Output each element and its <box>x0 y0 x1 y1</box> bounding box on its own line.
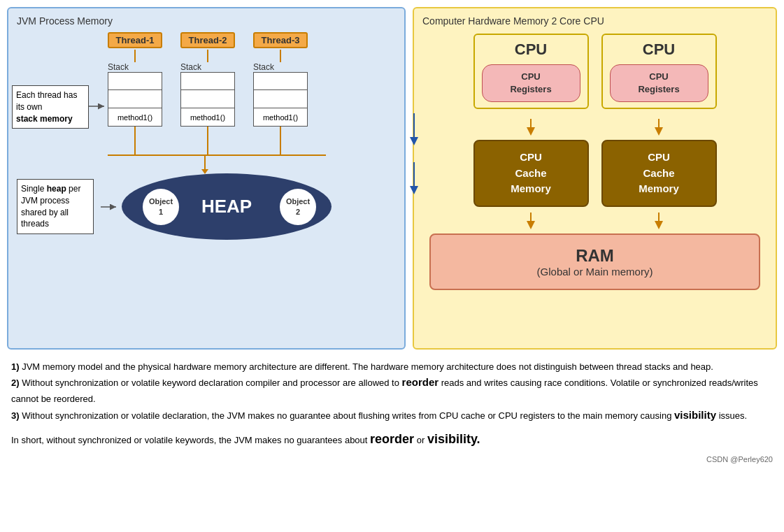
heap-label: HEAP <box>201 196 252 217</box>
method-3: method1() <box>253 108 308 127</box>
cpu-2-label: CPU <box>610 41 708 59</box>
stack-label-2: Stack <box>180 62 235 72</box>
notes-section: 1) JVM memory model and the physical har… <box>7 357 777 468</box>
note-3: 3) Without synchronization or volatile d… <box>11 407 773 424</box>
each-thread-note: Each thread has its own stack memory <box>12 85 89 129</box>
cpu-1-label: CPU <box>482 41 580 59</box>
cache-to-ram-arrow-2 <box>652 213 666 231</box>
reg-to-cache-arrow-1 <box>524 119 538 137</box>
each-thread-arrow <box>89 99 110 113</box>
thread-2-box: Thread-2 <box>180 32 235 48</box>
cpu-2-registers: CPURegisters <box>610 64 708 102</box>
jvm-section: JVM Process Memory Thread-1 Thread-2 Thr… <box>7 7 406 350</box>
thread-1-box: Thread-1 <box>108 32 162 48</box>
cpu-1-registers: CPURegisters <box>482 64 580 102</box>
cache-2-box: CPUCacheMemory <box>601 140 717 207</box>
jvm-to-hw-arrows <box>407 106 421 232</box>
cpu-2-box: CPU CPURegisters <box>601 34 717 109</box>
reg-to-cache-arrow-2 <box>652 119 666 137</box>
heap-note-arrow <box>101 200 122 214</box>
ram-box: RAM (Global or Main memory) <box>429 233 760 290</box>
method-1: method1() <box>108 108 162 127</box>
credit: CSDN @Perley620 <box>11 453 773 466</box>
object-1: Object1 <box>143 189 179 225</box>
heap-ellipse: Object1 HEAP Object2 <box>122 173 332 240</box>
main-container: JVM Process Memory Thread-1 Thread-2 Thr… <box>7 7 777 350</box>
thread-3-box: Thread-3 <box>253 32 308 48</box>
cache-1-box: CPUCacheMemory <box>473 140 589 207</box>
cpu-1-box: CPU CPURegisters <box>473 34 589 109</box>
ram-sub: (Global or Main memory) <box>438 266 752 278</box>
object-2: Object2 <box>280 189 316 225</box>
stack-label-3: Stack <box>253 62 308 72</box>
ram-label: RAM <box>438 246 752 266</box>
cache-to-ram-arrow-1 <box>524 213 538 231</box>
method-2: method1() <box>180 108 235 127</box>
hw-title: Computer Hardware Memory 2 Core CPU <box>422 15 767 27</box>
note-2: 2) Without synchronization or volatile k… <box>11 374 773 406</box>
hw-section: Computer Hardware Memory 2 Core CPU CPU … <box>413 7 777 350</box>
note-1: 1) JVM memory model and the physical har… <box>11 359 773 374</box>
stack-label-1: Stack <box>108 62 162 72</box>
summary: In short, without synchronized or volati… <box>11 429 773 450</box>
jvm-title: JVM Process Memory <box>17 15 396 27</box>
heap-note: Single heap per JVM process shared by al… <box>17 179 94 234</box>
